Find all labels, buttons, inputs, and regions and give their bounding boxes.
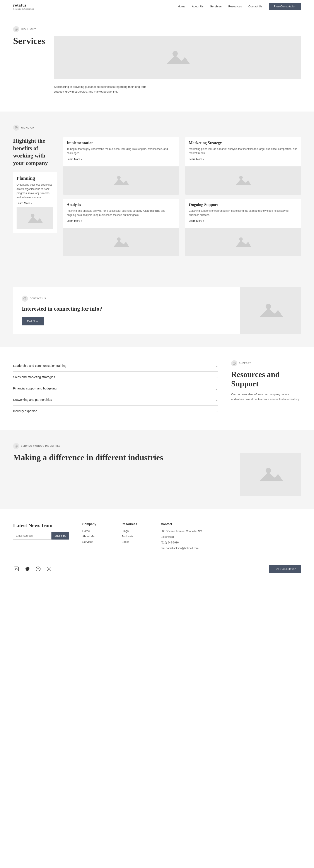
footer-books-link[interactable]: Books — [121, 540, 148, 544]
highlight-right-col: Marketing Strategy Marketing plans inclu… — [185, 137, 301, 256]
accordion-chevron-1: ⌄ — [215, 375, 218, 379]
accordion-item-3[interactable]: Networking and partnerships ⌄ — [13, 394, 218, 406]
logo-subtitle: Coaching & Consulting — [13, 8, 34, 10]
accordion-list: Leadership and communication training ⌄ … — [13, 360, 218, 417]
footer-blogs-link[interactable]: Blogs — [121, 529, 148, 533]
hero-right: Specializing in providing guidance to bu… — [54, 36, 301, 94]
accordion-chevron-2: ⌄ — [215, 386, 218, 391]
svg-point-8 — [239, 176, 243, 179]
accordion-item-2[interactable]: Financial support and budgeting ⌄ — [13, 383, 218, 394]
marketing-title: Marketing Strategy — [189, 141, 297, 145]
accordion-label-1: Sales and marketing strategies — [13, 375, 55, 379]
linkedin-icon[interactable] — [13, 566, 20, 572]
accordion-chevron-0: ⌄ — [215, 364, 218, 368]
planning-learn-more[interactable]: Learn More › — [17, 202, 53, 205]
industries-image — [240, 453, 301, 496]
footer-phone: (610) 945-7986 — [161, 540, 204, 545]
analysis-learn-more[interactable]: Learn More › — [67, 219, 175, 222]
industries-badge: SERVING VARIOUS INDUSTRIES — [13, 443, 301, 449]
svg-point-9 — [239, 238, 243, 241]
hero-title: Services — [13, 36, 45, 46]
footer-company-col: Company Home About Me Services — [82, 522, 108, 546]
accordion-label-0: Leadership and communication training — [13, 364, 66, 368]
footer-home-link[interactable]: Home — [82, 529, 108, 533]
industries-content: Making a difference in different industr… — [13, 453, 301, 496]
ongoing-learn-more[interactable]: Learn More › — [189, 219, 297, 222]
footer-podcasts-link[interactable]: Podcasts — [121, 535, 148, 538]
footer-newsletter: Latest News from Subscribe — [13, 522, 69, 539]
contact-icon — [22, 296, 28, 302]
accordion-item-0[interactable]: Leadership and communication training ⌄ — [13, 360, 218, 372]
support-block: SUPPORT Resources and Support Our purpos… — [231, 360, 301, 402]
contact-right — [240, 287, 301, 334]
highlight-section-icon — [13, 125, 19, 131]
contact-section: CONTACT US Interested in connecting for … — [0, 274, 314, 347]
accordion-item-1[interactable]: Sales and marketing strategies ⌄ — [13, 372, 218, 383]
planning-image — [17, 207, 53, 229]
subscribe-button[interactable]: Subscribe — [52, 532, 69, 539]
svg-point-4 — [16, 127, 17, 128]
email-row: Subscribe — [13, 532, 69, 539]
analysis-image — [63, 228, 179, 256]
footer-contact-col: Contact 5007 Ocean Avenue, Charlotte, NC… — [161, 522, 204, 552]
navbar: rotatus Coaching & Consulting Home About… — [0, 0, 314, 13]
industries-right — [240, 453, 301, 496]
accordion-label-2: Financial support and budgeting — [13, 386, 56, 390]
industries-left: Making a difference in different industr… — [13, 453, 227, 463]
contact-badge-text: CONTACT US — [30, 297, 46, 300]
industries-section: SERVING VARIOUS INDUSTRIES Making a diff… — [0, 430, 314, 509]
nav-services[interactable]: Services — [210, 5, 222, 8]
highlight-badge: HIGHLIGHT — [13, 125, 301, 131]
accordion-chevron-4: ⌄ — [215, 409, 218, 413]
svg-point-6 — [117, 176, 121, 179]
planning-title: Planning — [17, 175, 53, 181]
implementation-learn-more[interactable]: Learn More › — [67, 158, 175, 161]
email-input[interactable] — [13, 532, 52, 539]
contact-left: CONTACT US Interested in connecting for … — [13, 287, 240, 334]
logo: rotatus Coaching & Consulting — [13, 3, 34, 10]
ongoing-support-card: Ongoing Support Coaching supports entrep… — [185, 199, 301, 256]
call-now-button[interactable]: Call Now — [22, 317, 44, 326]
highlight-middle-col: Implementation To begin, thoroughly unde… — [63, 137, 179, 256]
footer-free-consultation-button[interactable]: Free Consultation — [269, 565, 301, 573]
contact-heading: Interested in connecting for info? — [22, 305, 231, 313]
implementation-title: Implementation — [67, 141, 175, 145]
marketing-image — [185, 166, 301, 195]
footer-company-heading: Company — [82, 522, 108, 526]
implementation-desc: To begin, thoroughly understand the busi… — [67, 147, 175, 155]
svg-point-5 — [31, 214, 34, 217]
nav-cta-button[interactable]: Free Consultation — [269, 3, 301, 10]
footer: Latest News from Subscribe Company Home … — [0, 509, 314, 579]
footer-contact-heading: Contact — [161, 522, 204, 526]
footer-email: real.danieljackson@hotmail.com — [161, 546, 204, 550]
accordion-label-3: Networking and partnerships — [13, 398, 52, 401]
analysis-title: Analysis — [67, 203, 175, 207]
highlight-icon — [13, 26, 19, 32]
svg-point-15 — [16, 445, 17, 447]
footer-address: 5007 Ocean Avenue, Charlotte, NC — [161, 529, 204, 533]
support-heading: Resources and Support — [231, 370, 301, 389]
hero-content: Services Specializing in providing guida… — [13, 36, 301, 94]
accordion-section: Leadership and communication training ⌄ … — [0, 347, 314, 430]
accordion-item-4[interactable]: Industry expertise ⌄ — [13, 406, 218, 417]
implementation-image — [63, 166, 179, 195]
analysis-card: Analysis Planning and analysis are vital… — [63, 199, 179, 256]
footer-about-link[interactable]: About Me — [82, 535, 108, 538]
instagram-icon[interactable] — [46, 566, 52, 572]
nav-about[interactable]: About Us — [192, 5, 203, 8]
nav-resources[interactable]: Resources — [228, 5, 242, 8]
highlight-section: HIGHLIGHT Highlight the benefits of work… — [0, 112, 314, 274]
facebook-icon[interactable] — [35, 566, 41, 572]
planning-card: Planning Organizing business strategies … — [13, 172, 57, 232]
analysis-desc: Planning and analysis are vital for a su… — [67, 209, 175, 217]
industries-icon — [13, 443, 19, 449]
hero-description: Specializing in providing guidance to bu… — [54, 85, 150, 94]
twitter-icon[interactable] — [24, 566, 31, 572]
svg-point-22 — [48, 568, 50, 570]
footer-services-link[interactable]: Services — [82, 540, 108, 544]
nav-contact[interactable]: Contact Us — [248, 5, 262, 8]
marketing-learn-more[interactable]: Learn More › — [189, 158, 297, 161]
social-links — [13, 566, 52, 572]
nav-home[interactable]: Home — [178, 5, 185, 8]
svg-rect-18 — [15, 568, 16, 570]
